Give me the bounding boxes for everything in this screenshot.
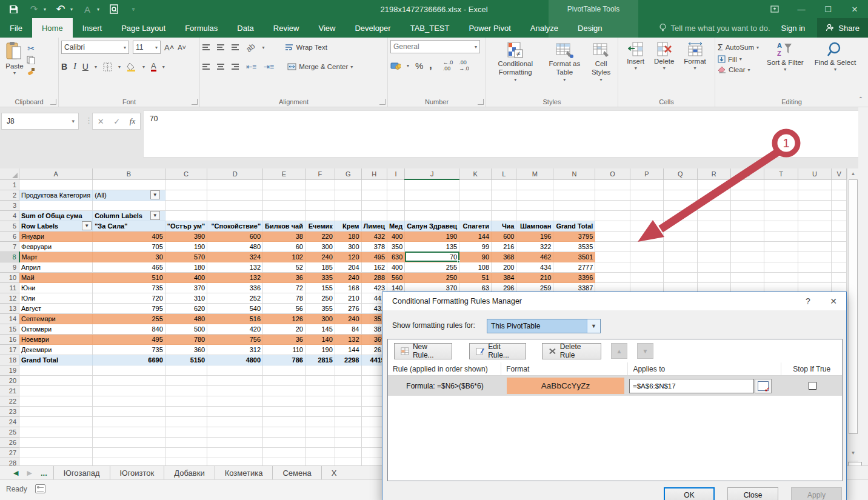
cell-T1[interactable]: [764, 179, 798, 190]
cell-E28[interactable]: [263, 458, 305, 465]
cell-B22[interactable]: [93, 396, 165, 406]
cell-C12[interactable]: 310: [165, 293, 207, 303]
ok-button[interactable]: OK: [664, 487, 715, 500]
cell-E18[interactable]: 786: [263, 355, 305, 365]
cell-Q8[interactable]: [664, 252, 697, 262]
sheet-tab-семена[interactable]: Семена: [272, 466, 321, 479]
cell-I10[interactable]: 560: [387, 272, 405, 282]
tab-developer[interactable]: Developer: [345, 18, 400, 38]
cell-D13[interactable]: 540: [207, 303, 263, 313]
cell-E11[interactable]: 72: [263, 282, 305, 293]
cell-A15[interactable]: Октомври: [19, 324, 93, 334]
number-format-combo[interactable]: General▾: [390, 40, 480, 53]
cell-V10[interactable]: [832, 272, 847, 282]
column-header-Q[interactable]: Q: [664, 168, 697, 179]
cell-V1[interactable]: [832, 179, 847, 190]
row-header-20[interactable]: 20: [0, 375, 19, 385]
cell-H3[interactable]: [361, 200, 387, 210]
page-filter-dropdown-icon[interactable]: ▼: [150, 190, 160, 199]
cell-O5[interactable]: [595, 221, 630, 231]
cell-C11[interactable]: 370: [165, 282, 207, 293]
cell-F21[interactable]: [305, 385, 335, 396]
cell-A24[interactable]: [19, 416, 93, 427]
cell-E13[interactable]: 56: [263, 303, 305, 313]
cell-A9[interactable]: Април: [19, 262, 93, 272]
cell-F15[interactable]: 145: [305, 324, 335, 334]
cell-L10[interactable]: 384: [492, 272, 516, 282]
column-header-S[interactable]: S: [731, 168, 764, 179]
rule-row[interactable]: Formula: =$N6>($B6*6) AaBbCcYyZz =$A$6:$…: [388, 376, 842, 396]
cell-A27[interactable]: [19, 447, 93, 458]
cell-G7[interactable]: 300: [335, 241, 361, 252]
cell-B9[interactable]: 465: [93, 262, 165, 272]
cell-F8[interactable]: 240: [305, 252, 335, 262]
cell-K3[interactable]: [459, 200, 492, 210]
cell-F28[interactable]: [305, 458, 335, 465]
cell-A17[interactable]: Декември: [19, 344, 93, 355]
cell-D19[interactable]: [207, 365, 263, 375]
cell-C3[interactable]: [165, 200, 207, 210]
cell-B6[interactable]: 405: [93, 231, 165, 241]
column-header-M[interactable]: M: [516, 168, 553, 179]
cell-F16[interactable]: 140: [305, 334, 335, 344]
row-header-14[interactable]: 14: [0, 313, 19, 324]
ribbon-display-options-icon[interactable]: [761, 0, 788, 18]
cell-A2[interactable]: Продуктова Категория: [19, 190, 93, 200]
cell-G5[interactable]: Крем: [335, 221, 361, 231]
cell-C19[interactable]: [165, 365, 207, 375]
cell-M8[interactable]: 462: [516, 252, 553, 262]
undo-dropdown-icon[interactable]: ▾: [70, 7, 73, 12]
cell-U8[interactable]: [798, 252, 831, 262]
cell-H6[interactable]: 432: [361, 231, 387, 241]
tab-analyze[interactable]: Analyze: [521, 18, 568, 38]
row-header-21[interactable]: 21: [0, 385, 19, 396]
tab-formulas[interactable]: Formulas: [175, 18, 227, 38]
cell-G2[interactable]: [335, 190, 361, 200]
cancel-entry-icon[interactable]: ✕: [98, 117, 104, 126]
cell-E12[interactable]: 78: [263, 293, 305, 303]
cell-D10[interactable]: 132: [207, 272, 263, 282]
cell-E2[interactable]: [263, 190, 305, 200]
cell-B11[interactable]: 735: [93, 282, 165, 293]
cell-D3[interactable]: [207, 200, 263, 210]
column-header-O[interactable]: O: [595, 168, 630, 179]
cell-B19[interactable]: [93, 365, 165, 375]
borders-icon[interactable]: [103, 62, 112, 72]
cell-R7[interactable]: [697, 241, 730, 252]
font-color-icon[interactable]: A: [151, 62, 156, 72]
column-header-T[interactable]: T: [764, 168, 798, 179]
column-header-B[interactable]: B: [93, 168, 165, 179]
row-header-26[interactable]: 26: [0, 437, 19, 447]
cell-G24[interactable]: [335, 416, 361, 427]
insert-function-icon[interactable]: fx: [130, 116, 135, 126]
increase-decimal-icon[interactable]: ←.0.00: [443, 59, 453, 72]
format-cells-button[interactable]: Format▾: [681, 40, 709, 96]
cell-C21[interactable]: [165, 385, 207, 396]
cell-A23[interactable]: [19, 406, 93, 416]
cell-A14[interactable]: Септември: [19, 313, 93, 324]
cell-I4[interactable]: [387, 210, 405, 221]
cell-T8[interactable]: [764, 252, 798, 262]
cell-G12[interactable]: 210: [335, 293, 361, 303]
tab-insert[interactable]: Insert: [73, 18, 112, 38]
cell-L2[interactable]: [492, 190, 516, 200]
cell-A5[interactable]: Row Labels▼: [19, 221, 93, 231]
clipboard-dialog-launcher[interactable]: [50, 99, 56, 105]
cell-G3[interactable]: [335, 200, 361, 210]
cell-J6[interactable]: 190: [405, 231, 459, 241]
cell-D15[interactable]: 420: [207, 324, 263, 334]
range-picker-icon[interactable]: [755, 379, 772, 393]
sheet-overflow-button[interactable]: ...: [41, 468, 47, 478]
cell-N4[interactable]: [553, 210, 595, 221]
customize-qat-icon[interactable]: ▿: [132, 7, 135, 12]
decrease-decimal-icon[interactable]: .00→.0: [459, 59, 469, 72]
cell-L9[interactable]: 200: [492, 262, 516, 272]
cell-R10[interactable]: [697, 272, 730, 282]
cell-L5[interactable]: Чиа: [492, 221, 516, 231]
cell-I8[interactable]: 630: [387, 252, 405, 262]
tab-data[interactable]: Data: [227, 18, 263, 38]
cell-C13[interactable]: 620: [165, 303, 207, 313]
cell-M5[interactable]: Шампоан: [516, 221, 553, 231]
column-header-N[interactable]: N: [553, 168, 595, 179]
cell-E8[interactable]: 102: [263, 252, 305, 262]
